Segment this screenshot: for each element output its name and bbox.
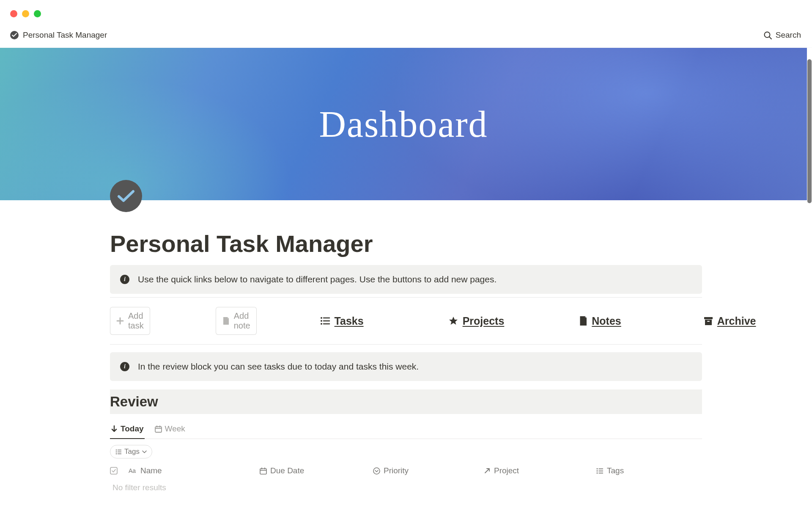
scrollbar-thumb[interactable] (807, 59, 812, 203)
svg-rect-11 (155, 427, 162, 432)
search-label: Search (776, 30, 801, 40)
svg-point-2 (321, 317, 322, 319)
breadcrumb[interactable]: Personal Task Manager (10, 30, 107, 40)
svg-rect-9 (705, 320, 712, 325)
svg-point-15 (116, 449, 117, 450)
add-note-button[interactable]: Add note (216, 307, 257, 335)
review-title: Review (110, 394, 702, 410)
column-due-date[interactable]: Due Date (260, 466, 373, 475)
filter-label: Tags (124, 447, 140, 456)
tab-week-label: Week (165, 424, 185, 433)
svg-point-27 (373, 468, 380, 474)
add-note-label: Add note (234, 311, 250, 331)
svg-point-6 (321, 323, 322, 325)
archive-icon (704, 316, 713, 326)
add-task-button[interactable]: Add task (110, 307, 150, 335)
column-tags[interactable]: Tags (596, 466, 681, 475)
svg-point-28 (597, 468, 598, 469)
info-icon: i (120, 275, 129, 284)
page-content: Personal Task Manager i Use the quick li… (55, 200, 757, 492)
calendar-icon (155, 425, 162, 433)
search-button[interactable]: Search (763, 30, 801, 40)
empty-state: No filter results (110, 483, 702, 492)
callout-review: i In the review block you can see tasks … (110, 352, 702, 381)
svg-rect-23 (260, 469, 266, 474)
plus-icon (116, 317, 124, 325)
tab-today[interactable]: Today (110, 420, 145, 439)
column-name[interactable]: Aa Name (129, 466, 260, 475)
checkbox-icon (110, 467, 118, 475)
link-projects[interactable]: Projects (448, 315, 505, 327)
svg-rect-8 (704, 317, 713, 319)
cover-image: Dashboard (0, 48, 807, 200)
list-icon (320, 316, 330, 326)
arrow-down-icon (111, 425, 118, 433)
column-project[interactable]: Project (484, 466, 596, 475)
svg-point-17 (116, 451, 117, 453)
svg-point-32 (597, 472, 598, 474)
column-tags-label: Tags (607, 466, 624, 475)
link-tasks[interactable]: Tasks (320, 315, 364, 327)
column-priority[interactable]: Priority (373, 466, 484, 475)
link-tasks-label: Tasks (335, 315, 364, 327)
table-header: Aa Name Due Date Priority Project Tags (110, 466, 702, 475)
callout-quick-links: i Use the quick links below to navigate … (110, 265, 702, 294)
link-archive[interactable]: Archive (704, 315, 756, 327)
review-header: Review (110, 389, 702, 414)
link-notes-label: Notes (592, 315, 621, 327)
breadcrumb-label: Personal Task Manager (23, 30, 107, 40)
svg-point-19 (116, 453, 117, 454)
link-notes[interactable]: Notes (578, 315, 621, 327)
book-icon (578, 316, 587, 326)
multiselect-icon (596, 468, 604, 474)
divider (110, 344, 702, 345)
topbar: Personal Task Manager Search (0, 25, 812, 48)
callout-text: Use the quick links below to navigate to… (138, 274, 497, 284)
window-maximize-button[interactable] (34, 10, 41, 17)
column-project-label: Project (494, 466, 519, 475)
window-close-button[interactable] (10, 10, 17, 17)
svg-text:Aa: Aa (129, 467, 136, 474)
page-title: Personal Task Manager (110, 200, 702, 265)
column-name-label: Name (140, 466, 162, 475)
add-task-label: Add task (128, 311, 144, 331)
svg-rect-10 (707, 321, 710, 322)
callout-text: In the review block you can see tasks du… (138, 362, 419, 372)
link-archive-label: Archive (717, 315, 756, 327)
cover-title: Dashboard (319, 103, 488, 146)
filter-tags[interactable]: Tags (110, 445, 152, 458)
page-icon[interactable] (110, 180, 142, 212)
svg-point-30 (597, 470, 598, 472)
tab-today-label: Today (121, 424, 144, 433)
link-projects-label: Projects (463, 315, 505, 327)
svg-line-1 (769, 37, 771, 39)
tab-week[interactable]: Week (154, 420, 186, 439)
note-icon (222, 317, 230, 325)
info-icon: i (120, 362, 129, 371)
chevron-down-icon (142, 450, 147, 453)
svg-point-4 (321, 320, 322, 322)
column-due-date-label: Due Date (270, 466, 304, 475)
window-minimize-button[interactable] (22, 10, 29, 17)
list-icon (115, 449, 122, 455)
search-icon (763, 31, 772, 40)
text-icon: Aa (129, 467, 137, 474)
scrollbar[interactable] (807, 59, 812, 212)
window-controls (0, 0, 812, 25)
select-icon (373, 467, 380, 475)
relation-icon (484, 467, 491, 474)
check-icon (117, 189, 135, 203)
column-priority-label: Priority (384, 466, 409, 475)
star-icon (448, 316, 458, 326)
check-circle-icon (10, 31, 19, 39)
calendar-icon (260, 467, 267, 475)
svg-rect-21 (110, 467, 117, 474)
review-tabs: Today Week (110, 420, 702, 439)
quick-links-row: Add task Add note Tasks Projects Notes A… (110, 307, 702, 335)
divider (110, 297, 702, 298)
column-checkbox[interactable] (110, 467, 129, 475)
